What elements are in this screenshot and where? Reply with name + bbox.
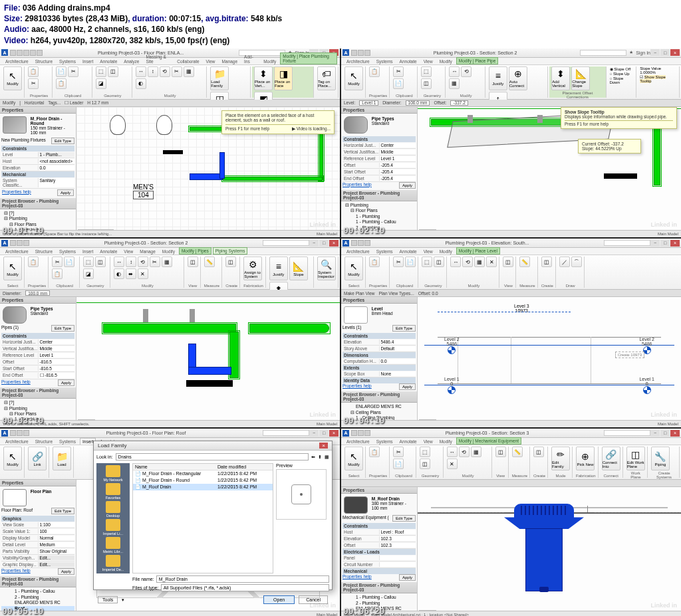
timestamp: 00:01:10 (2, 226, 43, 236)
context-tab[interactable]: Modify | Place Plumbing Fixture (280, 52, 337, 64)
apply-button[interactable]: Apply (57, 189, 74, 196)
up-icon[interactable]: ⬆ (318, 455, 322, 460)
browser-header: Project Browser - Plumbing Project-03 (0, 198, 76, 209)
tag-insertion-button[interactable]: 🏷Tag on Place... (317, 66, 336, 90)
options-bar[interactable]: Modify|HorizontalTags...☐ LeaderH 12.7 m… (0, 100, 340, 107)
pane-2: APlumbing Project-03 - Section: Section … (341, 49, 681, 237)
toilet-fixture (110, 115, 126, 135)
roof-drain-strainer[interactable] (514, 504, 574, 518)
back-icon[interactable]: ⬅ (311, 455, 315, 460)
load-family-dialog: Load Family× Look in: Drains ⬅⬆▦ My Netw… (93, 441, 333, 590)
dialog-close-button[interactable]: × (319, 443, 328, 449)
auto-connect-button[interactable]: ⊕Auto Connect (509, 66, 527, 90)
status-bar: Click to place instance (Space Bar to fl… (0, 230, 340, 237)
place-face-button[interactable]: ◨Place on Face (274, 66, 293, 90)
window-title: Plumbing Project-03 - Floor Plan: ENLA..… (43, 51, 239, 55)
props-help-link[interactable]: Properties help (2, 189, 31, 196)
place-vertical-button[interactable]: ⬍Place on Vert... (254, 66, 273, 90)
filename-input[interactable]: M_Roof Drain (156, 575, 329, 583)
change-slope-button[interactable]: 📐Change Slope (571, 66, 590, 90)
pane-3: APlumbing Project-03 - Section: Section … (0, 239, 340, 427)
open-button[interactable]: Open (263, 595, 295, 604)
tools-button[interactable]: Tools (98, 596, 118, 603)
ribbon: ↖Modify 📋✂Properties 📄✂📋Clipboard ⬚◫◪Geo… (0, 65, 340, 100)
app-logo-icon: A (1, 49, 8, 56)
properties-header: Properties (0, 107, 76, 114)
pane-6: APlumbing Project-03 - Section: Section … (341, 429, 681, 616)
add-vertical-button[interactable]: ⬍Add Vertical (551, 66, 570, 90)
places-bar[interactable]: My Network Favorites Desktop Imperial Li… (96, 463, 130, 573)
edit-type-button[interactable]: Edit Type (51, 138, 74, 144)
file-metadata-block: File: 036 Adding drains.mp4 Size: 298103… (0, 0, 681, 49)
drawing-canvas[interactable]: MEN'S 104 Place the element on a selecte… (76, 107, 340, 237)
left-sidebar: Properties M_Floor Drain - Round150 mm S… (0, 107, 76, 237)
ribbon-tabs[interactable]: ArchitectureStructureSystemsInsertAnnota… (0, 58, 340, 65)
toilet-fixture (156, 115, 172, 135)
filetype-combo[interactable]: All Supported Files (*.rfa, *.adsk) (161, 584, 329, 591)
thumbnail-grid: A Plumbing Project-03 - Floor Plan: ENLA… (0, 49, 681, 616)
dialog-title: Load Family (98, 443, 127, 449)
lookin-combo[interactable]: Drains (116, 453, 309, 461)
type-thumbnail-icon (3, 116, 27, 134)
modify-button[interactable]: ↖Modify (3, 66, 22, 90)
watermark: Linked in (309, 221, 336, 228)
pane-5: APlumbing Project-03 - Floor Plan: Roof−… (0, 429, 340, 616)
pane-1: A Plumbing Project-03 - Floor Plan: ENLA… (0, 49, 340, 237)
justify-button[interactable]: ≡Justify (489, 66, 507, 90)
room-tag: MEN'S 104 (133, 183, 154, 199)
load-family-button[interactable]: 📁Load Family (210, 66, 229, 90)
face-tooltip: Place the element on a selected face of … (221, 110, 335, 134)
file-list[interactable]: NameDate modified 📄 M_Floor Drain - Rect… (132, 463, 273, 573)
pane-4: APlumbing Project-03 - Elevation: South.… (341, 239, 681, 427)
views-icon[interactable]: ▦ (325, 455, 329, 460)
